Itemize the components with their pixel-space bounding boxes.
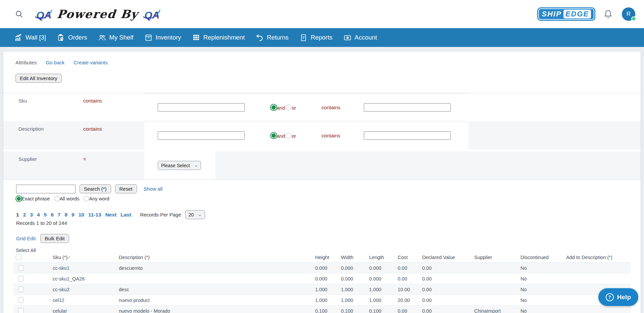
pagination-page-link[interactable]: 3 [30, 212, 33, 218]
col-header-description[interactable]: Description (*) [119, 248, 315, 263]
col-header-add-to-description[interactable]: Add to Description (*) [566, 248, 631, 263]
filter-row-description: Description contains and or contains [3, 121, 641, 149]
nav-item-wall[interactable]: Wall [3] [14, 34, 46, 42]
avatar[interactable]: R [622, 7, 635, 21]
inventory-table: Select All Sku (*)⁄ Description (*) Heig… [13, 248, 631, 313]
row-checkbox[interactable] [18, 265, 24, 271]
undo-arrow-icon [256, 34, 263, 42]
col-header-supplier[interactable]: Supplier [474, 248, 521, 263]
cell-discontinued: No [521, 273, 566, 284]
description-filter-input-1[interactable] [158, 131, 245, 140]
nav-item-inventory[interactable]: Inventory [145, 34, 181, 42]
col-header-declared-value[interactable]: Declared Value [422, 248, 474, 263]
cell-discontinued: No [521, 263, 566, 273]
avatar-initial: R [627, 11, 631, 17]
pagination-page-link[interactable]: 6 [51, 212, 54, 218]
nav-item-account[interactable]: Account [344, 34, 377, 42]
col-header-sku[interactable]: Sku (*)⁄ [53, 248, 119, 263]
cell-add-to-description [566, 273, 631, 284]
pagination-next-link[interactable]: Next [105, 212, 117, 218]
nav-item-returns[interactable]: Returns [256, 34, 289, 42]
cell-length: 0.000 [369, 273, 398, 284]
exact-phrase-radio[interactable] [16, 196, 21, 201]
search-button[interactable]: Search (*) [80, 184, 111, 193]
pagination-page-link[interactable]: 8 [64, 212, 67, 218]
cell-width: 0.100 [341, 306, 369, 313]
table-row: cel12 nuevo product 1.000 1.000 1.000 20… [13, 295, 631, 306]
sort-icon: ⁄ [68, 255, 69, 260]
pagination-page-link[interactable]: 2 [23, 212, 26, 218]
pagination-page-link[interactable]: 5 [44, 212, 47, 218]
bulk-edit-button[interactable]: Bulk Edit [40, 234, 69, 243]
and-radio[interactable] [271, 133, 277, 138]
edit-all-inventory-button[interactable]: Edit All Inventory [15, 74, 62, 83]
help-button[interactable]: ? Help [598, 288, 638, 306]
col-header-cost[interactable]: Cost [398, 248, 422, 263]
shipedge-logo: SHIP EDGE [538, 8, 594, 20]
nav-item-orders[interactable]: Orders [57, 34, 87, 42]
pagination: 1 234567891011-13 Next Last [16, 212, 131, 218]
cell-description [119, 273, 315, 284]
or-radio[interactable] [286, 133, 291, 138]
powered-by-text: Powered By [56, 7, 139, 21]
nav-label: Replenishment [203, 34, 245, 41]
select-all-label: Select All [16, 248, 53, 253]
create-variants-link[interactable]: Create variants [73, 60, 108, 65]
search-icon[interactable] [15, 10, 23, 18]
question-mark-icon: ? [606, 293, 614, 301]
filter-section: Sku contains and or contains Description… [3, 93, 641, 180]
any-word-radio[interactable] [84, 196, 89, 201]
nav-item-my-shelf[interactable]: My Shelf [98, 34, 134, 42]
all-words-radio[interactable] [54, 196, 60, 201]
reset-button[interactable]: Reset [115, 184, 137, 193]
supplier-select[interactable]: Please Select ⌄ [158, 161, 201, 170]
pagination-page-link[interactable]: 10 [79, 212, 84, 218]
grid-icon [192, 34, 200, 42]
pagination-last-link[interactable]: Last [120, 212, 131, 218]
col-header-height[interactable]: Height [315, 248, 341, 263]
records-per-page-select[interactable]: 20 ⌄ [185, 210, 205, 219]
cell-sku: celular [53, 306, 119, 313]
pagination-page-link[interactable]: 4 [37, 212, 40, 218]
cell-length: 0.100 [369, 306, 398, 313]
filter-row-sku: Sku contains and or contains [3, 93, 641, 121]
table-row: cc-sku1 descuemto 0.000 0.000 0.000 0.00… [13, 263, 631, 273]
or-radio[interactable] [286, 105, 291, 110]
row-checkbox[interactable] [18, 276, 24, 281]
row-checkbox[interactable] [18, 287, 24, 292]
cell-height: 0.100 [315, 306, 341, 313]
col-header-length[interactable]: Length [369, 248, 398, 263]
qa-logo-icon: QA [35, 7, 52, 21]
nav-item-reports[interactable]: Reports [300, 34, 333, 42]
filter-operator-2: contains [321, 105, 340, 110]
and-radio[interactable] [271, 105, 277, 110]
col-header-width[interactable]: Width [341, 248, 369, 263]
select-all-checkbox[interactable] [16, 254, 21, 260]
col-header-discontinued[interactable]: Discontinued [521, 248, 566, 263]
row-checkbox[interactable] [18, 297, 24, 303]
row-checkbox[interactable] [18, 308, 24, 313]
pagination-page-link[interactable]: 9 [71, 212, 75, 218]
cell-add-to-description [566, 263, 631, 273]
cell-width: 0.000 [341, 273, 369, 284]
show-all-link[interactable]: Show all [144, 186, 163, 192]
filter-field-label: Description [3, 121, 83, 149]
sku-filter-input-2[interactable] [364, 103, 451, 112]
filter-operator: contains [83, 93, 144, 121]
notifications-bell-icon[interactable] [604, 9, 612, 19]
filter-operator: = [83, 151, 144, 179]
nav-item-replenishment[interactable]: Replenishment [192, 34, 245, 42]
sku-filter-input-1[interactable] [158, 103, 245, 112]
table-header-row: Select All Sku (*)⁄ Description (*) Heig… [13, 248, 631, 263]
cell-supplier [474, 284, 521, 295]
pagination-page-link[interactable]: 7 [58, 212, 61, 218]
grid-edit-link[interactable]: Grid Edit [16, 236, 36, 241]
go-back-link[interactable]: Go back [46, 60, 64, 65]
description-filter-input-2[interactable] [364, 131, 451, 140]
pagination-page-link[interactable]: 11-13 [88, 212, 101, 218]
main-nav: Wall [3] Orders My Shelf Inventory Reple… [0, 28, 644, 47]
search-input[interactable] [16, 185, 76, 193]
cell-cost: 0.00 [398, 273, 422, 284]
pagination-row: 1 234567891011-13 Next Last Records Per … [16, 210, 641, 219]
cell-cost: 0.00 [398, 306, 422, 313]
